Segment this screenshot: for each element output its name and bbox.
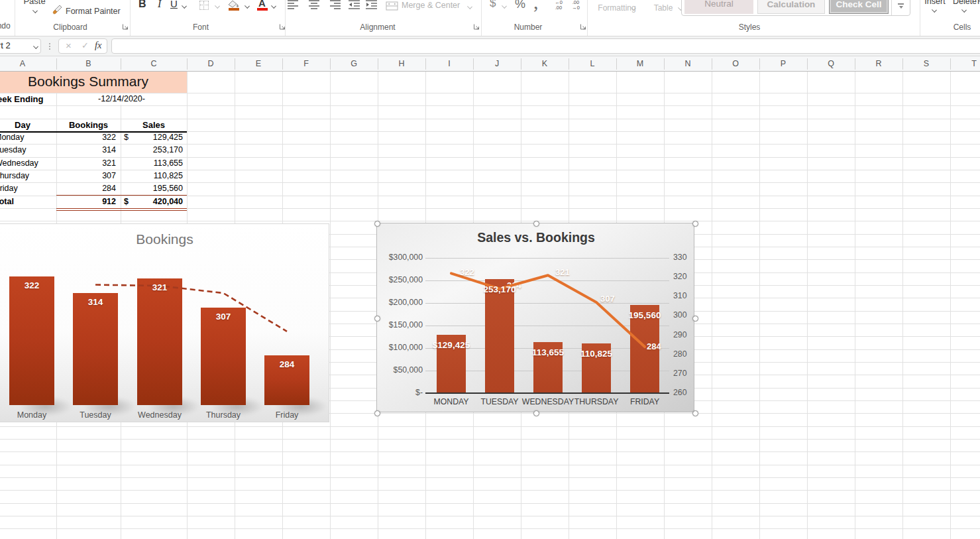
bar[interactable] <box>137 278 182 405</box>
scroll-down-icon[interactable] <box>899 6 903 9</box>
column-header-I[interactable]: I <box>436 56 463 71</box>
cell-sales[interactable]: 110,825 <box>129 170 183 182</box>
cell-sales[interactable]: 113,655 <box>129 157 183 170</box>
format-painter-button[interactable]: Format Painter <box>66 7 121 16</box>
cell-bookings[interactable]: 321 <box>56 157 116 170</box>
total-sales-cell[interactable]: 420,040 <box>129 196 183 208</box>
bar[interactable] <box>485 279 514 393</box>
underline-button[interactable]: U <box>170 0 178 9</box>
merge-center-button[interactable]: Merge & Center <box>402 1 460 10</box>
decrease-decimal-button[interactable]: .00→0 <box>569 0 583 11</box>
total-bookings-cell[interactable]: 912 <box>56 196 116 208</box>
percent-style-button[interactable]: % <box>515 0 525 11</box>
chevron-down-icon[interactable] <box>182 3 187 9</box>
insert-cells-button[interactable]: Insert <box>922 0 948 6</box>
chevron-down-icon[interactable] <box>271 3 276 9</box>
selection-handle[interactable] <box>692 410 698 416</box>
paste-button[interactable]: Paste <box>19 0 50 6</box>
column-header-H[interactable]: H <box>388 56 415 71</box>
fill-color-swatch[interactable] <box>229 8 239 11</box>
column-header-P[interactable]: P <box>770 56 796 71</box>
format-as-table-button[interactable]: Format as <box>641 0 685 2</box>
table-header-day[interactable]: Day <box>0 119 45 131</box>
column-header-A[interactable]: A <box>9 56 36 71</box>
name-box[interactable]: Chart 2 <box>0 38 41 54</box>
selection-handle[interactable] <box>692 221 698 227</box>
column-header-K[interactable]: K <box>531 56 558 71</box>
sales-vs-bookings-chart[interactable]: Sales vs. Bookings $300,000$250,000$200,… <box>376 223 694 412</box>
align-left-icon[interactable] <box>288 0 298 9</box>
cell-day[interactable]: Tuesday <box>0 144 26 156</box>
align-right-icon[interactable] <box>330 0 341 9</box>
cancel-icon[interactable]: × <box>66 40 72 51</box>
borders-icon[interactable] <box>199 1 209 10</box>
chart-title[interactable]: Bookings <box>0 231 329 247</box>
week-ending-label[interactable]: Week Ending <box>0 93 43 105</box>
chevron-down-icon[interactable] <box>932 7 937 13</box>
chevron-down-icon[interactable] <box>215 3 220 9</box>
cell-sales[interactable]: 253,170 <box>129 144 183 156</box>
dialog-launcher-icon[interactable] <box>473 23 480 30</box>
increase-decimal-button[interactable]: ←0.00 <box>551 0 566 11</box>
bar[interactable] <box>73 293 118 405</box>
selection-handle[interactable] <box>374 316 380 322</box>
merge-center-icon[interactable] <box>386 1 398 11</box>
cell-bookings[interactable]: 322 <box>56 131 116 144</box>
dialog-launcher-icon[interactable] <box>279 23 286 30</box>
column-header-Q[interactable]: Q <box>818 56 844 71</box>
bar[interactable] <box>9 276 54 405</box>
column-header-S[interactable]: S <box>913 56 940 71</box>
cell-sales[interactable]: 129,425 <box>129 131 183 144</box>
enter-icon[interactable]: ✓ <box>82 40 89 50</box>
conditional-formatting-button[interactable]: Conditional <box>590 0 643 2</box>
bold-button[interactable]: B <box>138 0 146 10</box>
style-chip-check-cell[interactable]: Check Cell <box>829 0 889 14</box>
cell-sales[interactable]: 195,560 <box>129 182 183 195</box>
selection-handle[interactable] <box>533 221 539 227</box>
formula-input[interactable] <box>111 38 980 54</box>
sheet-title[interactable]: Bookings Summary <box>0 74 188 90</box>
chevron-down-icon[interactable] <box>32 8 38 13</box>
column-header-B[interactable]: B <box>76 56 102 71</box>
chevron-down-icon[interactable] <box>502 3 507 9</box>
delete-cells-button[interactable]: Delete <box>952 0 977 6</box>
column-header-F[interactable]: F <box>293 56 319 71</box>
bookings-chart[interactable]: Bookings 322Monday314Tuesday321Wednesday… <box>0 223 329 422</box>
drag-handle-icon[interactable] <box>48 42 52 51</box>
chevron-down-icon[interactable] <box>33 44 38 49</box>
table-header-sales[interactable]: Sales <box>121 119 187 131</box>
cell-day[interactable]: Wednesday <box>0 157 38 170</box>
selection-handle[interactable] <box>533 410 539 416</box>
increase-indent-icon[interactable] <box>366 0 377 9</box>
bar[interactable] <box>201 308 246 405</box>
comma-style-button[interactable]: , <box>533 0 539 13</box>
style-chip-neutral[interactable]: Neutral <box>684 0 753 14</box>
format-cells-button[interactable]: Format <box>977 0 980 6</box>
column-header-R[interactable]: R <box>865 56 892 71</box>
column-header-M[interactable]: M <box>627 56 653 71</box>
decrease-indent-icon[interactable] <box>349 0 360 9</box>
selection-handle[interactable] <box>374 221 380 227</box>
chevron-down-icon[interactable] <box>961 7 967 13</box>
selection-handle[interactable] <box>374 410 380 416</box>
cell-bookings[interactable]: 284 <box>56 182 116 195</box>
cell-day[interactable]: Friday <box>0 182 18 195</box>
fill-color-icon[interactable] <box>227 0 240 8</box>
chevron-down-icon[interactable] <box>245 3 250 9</box>
dialog-launcher-icon[interactable] <box>580 23 587 30</box>
gallery-scroll-buttons[interactable] <box>891 0 910 15</box>
chevron-down-icon[interactable] <box>467 4 472 9</box>
cell-bookings[interactable]: 314 <box>56 144 116 156</box>
cell-bookings[interactable]: 307 <box>56 170 116 182</box>
dialog-launcher-icon[interactable] <box>122 23 129 30</box>
chart-title[interactable]: Sales vs. Bookings <box>377 230 695 245</box>
cell-day[interactable]: Thursday <box>0 170 29 182</box>
style-chip-calculation[interactable]: Calculation <box>757 0 825 14</box>
week-ending-value[interactable]: -12/14/2020- <box>56 93 187 105</box>
insert-function-icon[interactable]: fx <box>95 40 101 51</box>
italic-button[interactable]: I <box>158 0 161 10</box>
column-header-D[interactable]: D <box>197 56 224 71</box>
column-header-E[interactable]: E <box>245 56 272 71</box>
column-header-O[interactable]: O <box>722 56 749 71</box>
column-header-G[interactable]: G <box>341 56 367 71</box>
